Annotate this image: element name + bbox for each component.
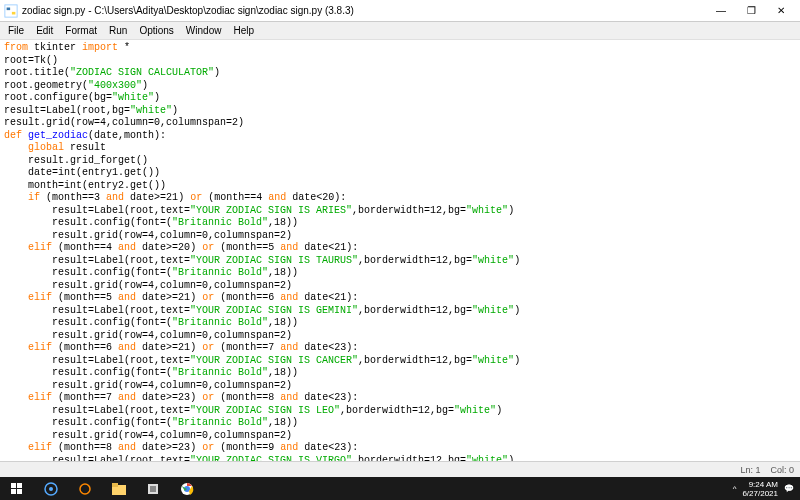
svg-rect-10 bbox=[150, 486, 156, 492]
code-editor[interactable]: from tkinter import * root=Tk() root.tit… bbox=[0, 40, 800, 461]
svg-rect-1 bbox=[11, 483, 16, 488]
maximize-button[interactable]: ❐ bbox=[736, 1, 766, 21]
taskbar-app-icon[interactable] bbox=[68, 477, 102, 500]
taskbar-chrome-icon[interactable] bbox=[170, 477, 204, 500]
menubar: File Edit Format Run Options Window Help bbox=[0, 22, 800, 40]
svg-point-6 bbox=[49, 487, 53, 491]
status-line: Ln: 1 bbox=[740, 465, 760, 475]
status-col: Col: 0 bbox=[770, 465, 794, 475]
menu-edit[interactable]: Edit bbox=[30, 24, 59, 37]
svg-rect-0 bbox=[5, 4, 17, 16]
titlebar: zodiac sign.py - C:\Users\Aditya\Desktop… bbox=[0, 0, 800, 22]
code-content[interactable]: from tkinter import * root=Tk() root.tit… bbox=[0, 40, 800, 461]
tray-notifications-icon[interactable]: 💬 bbox=[784, 484, 794, 493]
svg-rect-8 bbox=[112, 483, 118, 487]
svg-rect-4 bbox=[17, 489, 22, 494]
taskbar: ^ 9:24 AM 6/27/2021 💬 bbox=[0, 477, 800, 500]
taskbar-app-icon[interactable] bbox=[34, 477, 68, 500]
svg-rect-2 bbox=[17, 483, 22, 488]
menu-options[interactable]: Options bbox=[133, 24, 179, 37]
statusbar: Ln: 1 Col: 0 bbox=[0, 461, 800, 477]
close-button[interactable]: ✕ bbox=[766, 1, 796, 21]
system-tray[interactable]: ^ 9:24 AM 6/27/2021 💬 bbox=[733, 480, 800, 498]
taskbar-app-icon[interactable] bbox=[136, 477, 170, 500]
python-idle-icon bbox=[4, 4, 18, 18]
tray-clock[interactable]: 9:24 AM 6/27/2021 bbox=[742, 480, 778, 498]
window-title: zodiac sign.py - C:\Users\Aditya\Desktop… bbox=[22, 5, 706, 16]
start-button[interactable] bbox=[0, 477, 34, 500]
minimize-button[interactable]: — bbox=[706, 1, 736, 21]
tray-time: 9:24 AM bbox=[742, 480, 778, 489]
menu-run[interactable]: Run bbox=[103, 24, 133, 37]
tray-chevron-icon[interactable]: ^ bbox=[733, 484, 737, 493]
menu-help[interactable]: Help bbox=[227, 24, 260, 37]
menu-file[interactable]: File bbox=[2, 24, 30, 37]
svg-rect-3 bbox=[11, 489, 16, 494]
menu-format[interactable]: Format bbox=[59, 24, 103, 37]
taskbar-file-explorer-icon[interactable] bbox=[102, 477, 136, 500]
tray-date: 6/27/2021 bbox=[742, 489, 778, 498]
menu-window[interactable]: Window bbox=[180, 24, 228, 37]
